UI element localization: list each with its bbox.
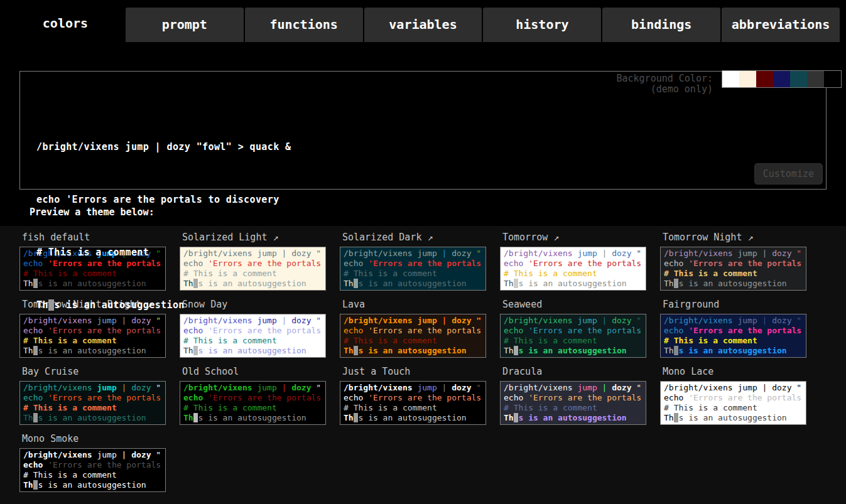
bg-swatch-black[interactable] bbox=[824, 71, 841, 87]
token: " bbox=[312, 249, 322, 258]
theme-preview-mono-lace[interactable]: /bright/vixens jump | dozy "echo 'Errors… bbox=[660, 381, 806, 425]
theme-preview-tomorrow[interactable]: /bright/vixens jump | dozy "echo 'Errors… bbox=[500, 247, 646, 291]
theme-title-lava[interactable]: Lava bbox=[342, 299, 500, 311]
tab-bindings[interactable]: bindings bbox=[602, 8, 720, 42]
theme-title-dracula[interactable]: Dracula bbox=[502, 366, 660, 378]
theme-title-tomorrow-night[interactable]: Tomorrow Night ↗ bbox=[663, 232, 820, 244]
theme-old-school: Old School/bright/vixens jump | dozy "ec… bbox=[180, 366, 340, 425]
theme-preview-lava[interactable]: /bright/vixens jump | dozy "echo 'Errors… bbox=[340, 314, 486, 358]
theme-line-3: # This is a comment bbox=[344, 336, 482, 346]
token: | bbox=[277, 383, 291, 392]
theme-title-solarized-dark[interactable]: Solarized Dark ↗ bbox=[342, 232, 500, 244]
token: # This is a comment bbox=[344, 403, 437, 412]
token: echo bbox=[664, 259, 688, 268]
theme-title-tomorrow[interactable]: Tomorrow ↗ bbox=[502, 232, 660, 244]
tab-functions[interactable]: functions bbox=[245, 8, 363, 42]
token: # This is a comment bbox=[344, 269, 437, 278]
token: " bbox=[472, 249, 482, 258]
token: /bright/vixens bbox=[664, 249, 737, 258]
token: echo bbox=[664, 326, 688, 335]
theme-line-2: echo 'Errors are the portals bbox=[344, 393, 482, 403]
theme-line-3: # This is a comment bbox=[23, 470, 162, 480]
token: jump bbox=[417, 316, 437, 325]
theme-preview-seaweed[interactable]: /bright/vixens jump | dozy "echo 'Errors… bbox=[500, 314, 646, 358]
theme-line-1: /bright/vixens jump | dozy " bbox=[23, 450, 162, 460]
token: dozy bbox=[452, 316, 471, 325]
customize-button[interactable]: Customize bbox=[754, 163, 823, 185]
token: dozy bbox=[131, 383, 151, 392]
token: s is an autosuggestion bbox=[358, 346, 466, 355]
theme-line-2: echo 'Errors are the portals bbox=[344, 259, 482, 269]
tab-prompt[interactable]: prompt bbox=[126, 8, 244, 42]
token: 'Errors are the portals bbox=[688, 259, 801, 268]
token: dozy bbox=[131, 450, 151, 459]
token: /bright/vixens bbox=[344, 383, 417, 392]
theme-preview-fairground[interactable]: /bright/vixens jump | dozy "echo 'Errors… bbox=[660, 314, 806, 358]
token: dozy bbox=[612, 383, 631, 392]
theme-preview-old-school[interactable]: /bright/vixens jump | dozy "echo 'Errors… bbox=[180, 381, 326, 425]
tab-abbreviations[interactable]: abbreviations bbox=[722, 8, 840, 42]
token: dozy bbox=[772, 316, 791, 325]
token: echo bbox=[504, 326, 528, 335]
theme-line-4: This is an autosuggestion bbox=[504, 413, 643, 423]
token: jump bbox=[577, 249, 597, 258]
theme-title-old-school[interactable]: Old School bbox=[182, 366, 340, 378]
theme-title-just-a-touch[interactable]: Just a Touch bbox=[342, 366, 500, 378]
token: " bbox=[632, 249, 642, 258]
tab-history[interactable]: history bbox=[483, 8, 601, 42]
token: dozy bbox=[291, 249, 311, 258]
theme-dracula: Dracula/bright/vixens jump | dozy "echo … bbox=[500, 366, 660, 425]
token: | bbox=[437, 383, 452, 392]
bg-swatch-maroon[interactable] bbox=[756, 71, 773, 87]
theme-title-mono-smoke[interactable]: Mono Smoke bbox=[22, 433, 180, 445]
theme-line-3: # This is a comment bbox=[183, 403, 322, 413]
theme-title-mono-lace[interactable]: Mono Lace bbox=[663, 366, 820, 378]
theme-line-4: This is an autosuggestion bbox=[664, 413, 803, 423]
theme-line-1: /bright/vixens jump | dozy " bbox=[183, 383, 322, 393]
bg-swatch-white[interactable] bbox=[722, 71, 739, 87]
token: s is an autosuggestion bbox=[38, 413, 146, 422]
theme-preview-tomorrow-night[interactable]: /bright/vixens jump | dozy "echo 'Errors… bbox=[660, 247, 806, 291]
autosuggestion-post: s is an autosuggestion bbox=[54, 299, 184, 311]
bg-swatch-navy[interactable] bbox=[773, 71, 790, 87]
token: jump bbox=[737, 249, 757, 258]
token: Th bbox=[504, 279, 514, 288]
token: jump bbox=[417, 249, 437, 258]
theme-line-4: This is an autosuggestion bbox=[344, 279, 482, 289]
theme-preview-just-a-touch[interactable]: /bright/vixens jump | dozy "echo 'Errors… bbox=[340, 381, 486, 425]
theme-title-seaweed[interactable]: Seaweed bbox=[502, 299, 660, 311]
bg-swatch-cream[interactable] bbox=[739, 71, 756, 87]
token: Th bbox=[504, 413, 514, 422]
theme-line-4: This is an autosuggestion bbox=[23, 480, 162, 490]
token: Th bbox=[23, 279, 33, 288]
theme-line-3: # This is a comment bbox=[504, 269, 643, 279]
token: /bright/vixens bbox=[183, 383, 257, 392]
theme-preview-mono-smoke[interactable]: /bright/vixens jump | dozy "echo 'Errors… bbox=[19, 448, 166, 492]
theme-line-1: /bright/vixens jump | dozy " bbox=[23, 383, 162, 393]
theme-preview-bay-cruise[interactable]: /bright/vixens jump | dozy "echo 'Errors… bbox=[19, 381, 166, 425]
theme-preview-dracula[interactable]: /bright/vixens jump | dozy "echo 'Errors… bbox=[500, 381, 646, 425]
theme-line-3: # This is a comment bbox=[23, 403, 162, 413]
theme-title-fairground[interactable]: Fairground bbox=[663, 299, 820, 311]
bg-swatch-teal[interactable] bbox=[790, 71, 807, 87]
theme-line-1: /bright/vixens jump | dozy " bbox=[504, 316, 643, 326]
token: " bbox=[792, 316, 802, 325]
theme-preview-solarized-dark[interactable]: /bright/vixens jump | dozy "echo 'Errors… bbox=[340, 247, 486, 291]
token: | bbox=[597, 316, 612, 325]
terminal-preview: /bright/vixens jump | dozy "fowl" > quac… bbox=[36, 103, 291, 349]
theme-line-4: This is an autosuggestion bbox=[664, 346, 803, 356]
theme-title-bay-cruise[interactable]: Bay Cruise bbox=[22, 366, 180, 378]
theme-line-4: This is an autosuggestion bbox=[344, 346, 482, 356]
token: Th bbox=[23, 413, 33, 422]
tab-colors[interactable]: colors bbox=[6, 5, 124, 42]
token: 'Errors are the portals bbox=[208, 393, 321, 402]
bg-swatch-charcoal[interactable] bbox=[807, 71, 824, 87]
token: " bbox=[632, 316, 642, 325]
token: jump bbox=[97, 383, 116, 392]
token: 'Errors are the portals bbox=[48, 393, 161, 402]
token: s is an autosuggestion bbox=[678, 413, 786, 422]
color-preview-panel: Background Color: (demo only) /bright/vi… bbox=[19, 71, 827, 190]
token: | bbox=[757, 383, 772, 392]
theme-line-2: echo 'Errors are the portals bbox=[664, 393, 803, 403]
tab-variables[interactable]: variables bbox=[364, 8, 482, 42]
